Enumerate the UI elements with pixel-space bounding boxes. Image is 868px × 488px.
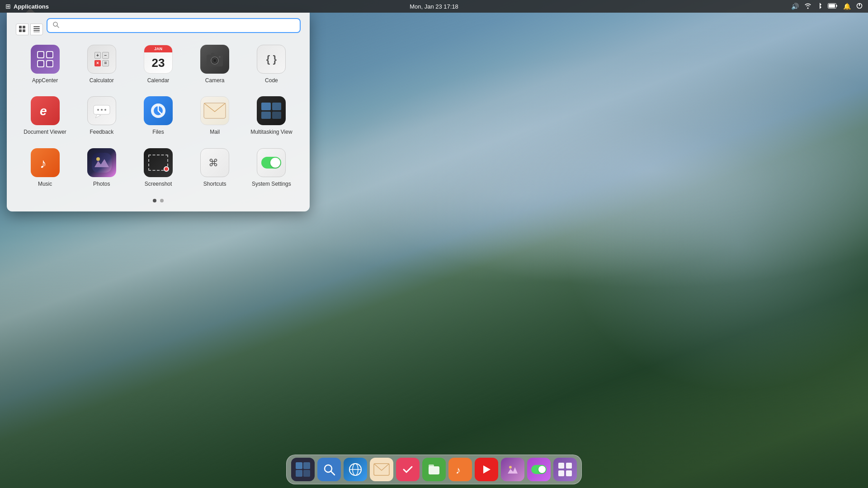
- dock-item-media[interactable]: [475, 458, 498, 481]
- pagination-dot-1[interactable]: [153, 199, 156, 202]
- appcenter-label: AppCenter: [32, 77, 58, 84]
- app-item-mail[interactable]: Mail: [188, 92, 242, 140]
- svg-rect-53: [558, 463, 564, 469]
- dock-photos-icon: [501, 458, 524, 481]
- svg-rect-5: [23, 26, 25, 28]
- app-item-music[interactable]: ♪ Music: [18, 144, 72, 192]
- dock-search-icon: [317, 458, 341, 481]
- search-bar: [47, 18, 301, 33]
- dock-item-photos[interactable]: [501, 458, 524, 481]
- dock-item-music[interactable]: ♪: [448, 458, 472, 481]
- shortcuts-label: Shortcuts: [203, 181, 226, 187]
- svg-point-25: [214, 60, 216, 62]
- settings-label: System Settings: [252, 181, 291, 187]
- calendar-icon: JAN 23: [144, 45, 173, 74]
- app-item-code[interactable]: { } Code: [244, 40, 299, 88]
- search-input[interactable]: [63, 22, 294, 29]
- dock-item-tasks[interactable]: [396, 458, 420, 481]
- svg-rect-21: [47, 61, 52, 66]
- app-item-screenshot[interactable]: Screenshot: [131, 144, 185, 192]
- svg-rect-11: [33, 32, 40, 32]
- document-viewer-label: Document Viewer: [24, 129, 66, 135]
- list-view-toggle[interactable]: [30, 23, 43, 35]
- notification-icon[interactable]: 🔔: [843, 3, 851, 10]
- app-item-calculator[interactable]: + − × = Calculator: [74, 40, 129, 88]
- screenshot-cursor-dot: [164, 166, 169, 172]
- feedback-label: Feedback: [90, 129, 113, 135]
- dock-browser-icon: [344, 458, 367, 481]
- svg-rect-1: [829, 4, 835, 8]
- search-row: [16, 18, 301, 40]
- battery-icon[interactable]: [828, 3, 838, 10]
- dock-item-browser[interactable]: [344, 458, 367, 481]
- topbar-datetime: Mon, Jan 23 17:18: [410, 3, 458, 10]
- calculator-icon: + − × =: [87, 45, 116, 74]
- svg-rect-8: [33, 26, 40, 27]
- grid-view-toggle[interactable]: [16, 23, 28, 35]
- svg-rect-7: [23, 29, 25, 32]
- dock-item-search[interactable]: [317, 458, 341, 481]
- dock-item-files[interactable]: [422, 458, 446, 481]
- files-icon: [144, 96, 173, 125]
- wifi-icon[interactable]: [804, 3, 811, 10]
- svg-line-13: [57, 26, 59, 28]
- shortcuts-icon: ⌘: [200, 148, 229, 177]
- app-item-multitasking[interactable]: Multitasking View: [244, 92, 299, 140]
- multitasking-label: Multitasking View: [250, 129, 292, 135]
- dock-tasks-icon: [396, 458, 420, 481]
- dock: ♪: [286, 455, 582, 484]
- svg-rect-10: [33, 30, 40, 31]
- app-item-files[interactable]: Files: [131, 92, 185, 140]
- app-item-photos[interactable]: Photos: [74, 144, 129, 192]
- dock-item-appcenter[interactable]: [553, 458, 577, 481]
- code-label: Code: [265, 77, 278, 84]
- dock-item-mail[interactable]: [370, 458, 393, 481]
- camera-label: Camera: [205, 77, 225, 84]
- svg-point-27: [219, 56, 221, 58]
- photos-icon: [87, 148, 116, 177]
- app-item-document-viewer[interactable]: e Document Viewer: [18, 92, 72, 140]
- pagination-dot-2[interactable]: [160, 199, 164, 202]
- app-item-feedback[interactable]: Feedback: [74, 92, 129, 140]
- dock-mail-icon: [370, 458, 393, 481]
- dock-music-icon: ♪: [448, 458, 472, 481]
- svg-line-43: [331, 471, 335, 475]
- view-toggles: [16, 23, 43, 35]
- mail-label: Mail: [210, 129, 220, 135]
- volume-icon[interactable]: 🔊: [791, 3, 799, 10]
- bluetooth-icon[interactable]: [817, 2, 822, 11]
- svg-rect-39: [92, 153, 112, 173]
- music-label: Music: [38, 181, 52, 187]
- dock-files-icon: [422, 458, 446, 481]
- svg-rect-26: [211, 53, 215, 56]
- calculator-label: Calculator: [90, 77, 114, 84]
- camera-icon: [200, 45, 229, 74]
- svg-point-52: [509, 466, 512, 469]
- app-item-camera[interactable]: Camera: [188, 40, 242, 88]
- svg-rect-6: [19, 29, 22, 32]
- dock-settings-icon: [527, 458, 551, 481]
- svg-text:e: e: [40, 104, 47, 118]
- dock-item-multitasking[interactable]: [291, 458, 315, 481]
- screenshot-label: Screenshot: [145, 181, 172, 187]
- svg-marker-51: [483, 465, 491, 474]
- calendar-label: Calendar: [147, 77, 170, 84]
- svg-rect-9: [33, 28, 40, 29]
- app-menu-icon[interactable]: ⊞: [5, 3, 11, 10]
- app-item-shortcuts[interactable]: ⌘ Shortcuts: [188, 144, 242, 192]
- dock-item-settings[interactable]: [527, 458, 551, 481]
- app-item-calendar[interactable]: JAN 23 Calendar: [131, 40, 185, 88]
- svg-text:⌘: ⌘: [208, 157, 218, 169]
- feedback-icon: [87, 96, 116, 125]
- svg-point-30: [97, 109, 99, 111]
- svg-rect-54: [566, 463, 572, 469]
- multitasking-icon: [257, 96, 286, 125]
- mail-icon: [200, 96, 229, 125]
- screenshot-dashed-border: [148, 155, 168, 171]
- svg-rect-49: [429, 465, 434, 467]
- app-item-appcenter[interactable]: AppCenter: [18, 40, 72, 88]
- power-icon[interactable]: [856, 3, 863, 10]
- appcenter-icon: [31, 45, 60, 74]
- app-item-system-settings[interactable]: System Settings: [244, 144, 299, 192]
- code-icon: { }: [257, 45, 286, 74]
